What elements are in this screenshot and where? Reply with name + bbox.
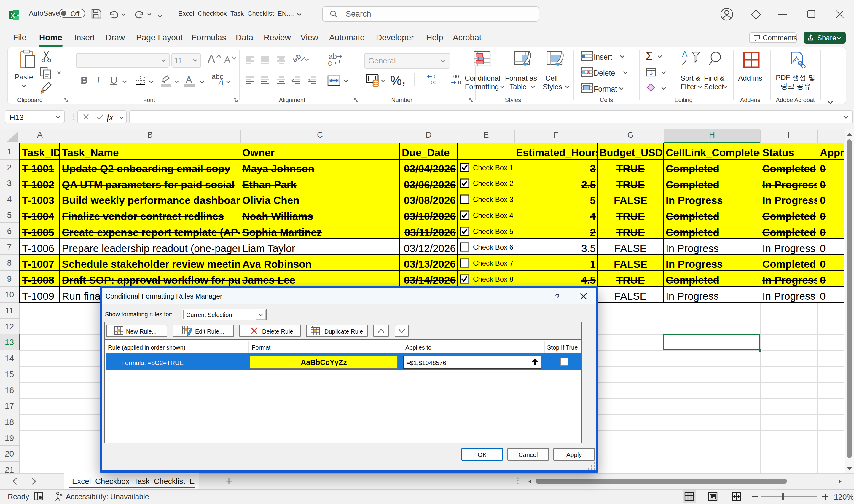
svg-text:.00: .00 (429, 80, 437, 85)
svg-text:A: A (682, 50, 688, 59)
svg-text:X: X (11, 12, 15, 19)
svg-text:?: ? (60, 493, 62, 498)
svg-text:.0: .0 (432, 74, 437, 79)
svg-text:.00: .00 (452, 74, 459, 79)
svg-text:.0: .0 (457, 80, 461, 85)
svg-text:Z: Z (682, 58, 687, 67)
